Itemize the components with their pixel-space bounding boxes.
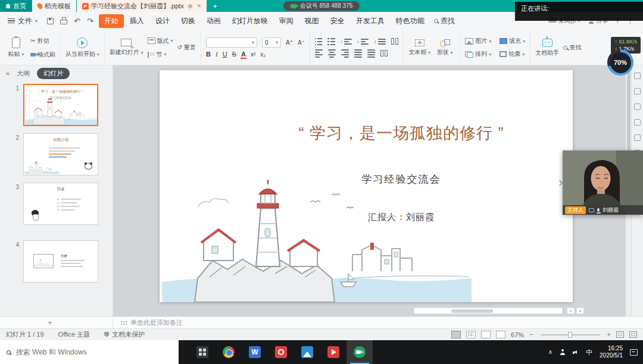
fit-slide-button[interactable] xyxy=(616,331,624,338)
text-direction-icon[interactable] xyxy=(380,50,388,57)
tab-security[interactable]: 安全 xyxy=(325,14,350,28)
rail-animation-icon[interactable] xyxy=(634,88,641,95)
subscript-button[interactable]: x₂ xyxy=(260,51,266,58)
shrink-font-button[interactable]: A⁻ xyxy=(298,39,305,46)
slide-thumbnail-3[interactable]: 目录 xyxy=(23,183,98,225)
slide-title[interactable]: “ 学习，是一场孤独的修行 ” xyxy=(230,123,573,144)
picture-button[interactable]: 图片 ▾ xyxy=(465,37,491,45)
align-center-icon[interactable] xyxy=(328,49,336,58)
taskbar-app-photos[interactable] xyxy=(294,340,320,364)
home-tab[interactable]: 首页 xyxy=(0,0,32,12)
align-left-icon[interactable] xyxy=(315,49,323,58)
columns-icon[interactable] xyxy=(391,38,398,45)
decrease-indent-icon[interactable]: ‹ xyxy=(341,39,352,45)
increase-indent-icon[interactable]: › xyxy=(357,39,369,45)
doc-assistant-button[interactable]: 文档助手 xyxy=(535,39,559,57)
paste-button[interactable]: 粘贴 ▾ xyxy=(6,37,26,58)
new-tab-button[interactable]: + xyxy=(207,0,223,12)
distribute-icon[interactable] xyxy=(367,49,375,58)
tray-expand-icon[interactable]: ∧ xyxy=(548,349,553,355)
taskbar-app-video[interactable] xyxy=(320,340,347,364)
slide-sorter-view-button[interactable] xyxy=(466,331,476,338)
search-input[interactable] xyxy=(16,348,172,356)
taskbar-clock[interactable]: 16:25 2020/5/1 xyxy=(600,345,623,360)
play-from-current-button[interactable]: 从当前开始 ▾ xyxy=(65,37,99,58)
shapes-button[interactable]: 形状 ▾ xyxy=(435,39,455,57)
collapse-panel-icon[interactable]: « xyxy=(6,70,10,77)
zoom-out-button[interactable]: − xyxy=(529,331,533,338)
docer-template-tab[interactable]: 稻壳模板 xyxy=(32,0,76,12)
tab-design[interactable]: 设计 xyxy=(150,14,175,28)
slide-thumbnail-1[interactable]: “ 学习，是一场孤独的修行 ” 学习经验交流会 xyxy=(23,84,98,126)
justify-icon[interactable] xyxy=(354,49,362,58)
zoom-in-button[interactable]: + xyxy=(607,331,611,338)
editing-canvas[interactable]: “ 学习，是一场孤独的修行 ” 学习经验交流会 汇报人：刘丽霞 › ∧ ∨ xyxy=(113,65,631,316)
speaker-icon[interactable] xyxy=(573,350,579,355)
accelerator-ball[interactable]: 70% xyxy=(607,49,633,76)
rail-object-icon[interactable] xyxy=(634,119,641,125)
cut-button[interactable]: ✂ 剪切 xyxy=(30,37,55,45)
tab-animations[interactable]: 动画 xyxy=(201,14,226,28)
zoom-percent[interactable]: 67% xyxy=(511,331,524,338)
taskbar-app-red[interactable] xyxy=(268,340,294,364)
scrollbar-thumb[interactable] xyxy=(451,309,493,313)
font-name-combo[interactable]: ▾ xyxy=(206,37,257,48)
scrollbar-thumb[interactable] xyxy=(627,67,630,156)
normal-view-button[interactable] xyxy=(451,331,461,338)
contacts-icon[interactable] xyxy=(560,349,566,355)
reset-button[interactable]: ↺ 重置 xyxy=(177,43,196,52)
slideshow-view-button[interactable] xyxy=(496,331,505,338)
fill-button[interactable]: 填充 ▾ xyxy=(500,37,525,45)
undo-icon[interactable]: ↶ xyxy=(74,17,80,25)
webcam-overlay[interactable]: 主持人 刘丽霞 xyxy=(563,150,643,215)
horizontal-scrollbar[interactable] xyxy=(414,307,563,314)
format-painter-button[interactable]: 格式刷 xyxy=(30,51,55,59)
fullscreen-button[interactable] xyxy=(629,331,637,338)
underline-button[interactable]: U xyxy=(223,51,227,58)
tab-home[interactable]: 开始 xyxy=(99,14,124,28)
grow-font-button[interactable]: A⁺ xyxy=(286,39,293,46)
notification-icon[interactable] xyxy=(188,4,192,8)
zoom-slider-knob[interactable] xyxy=(568,332,572,338)
tab-insert[interactable]: 插入 xyxy=(124,14,149,28)
taskbar-search[interactable] xyxy=(0,340,179,364)
italic-button[interactable]: I xyxy=(216,51,218,58)
reading-view-button[interactable] xyxy=(481,331,491,338)
rail-art-icon[interactable] xyxy=(634,103,641,110)
font-color-button[interactable]: A xyxy=(241,51,246,58)
taskbar-app-meeting[interactable] xyxy=(347,340,373,364)
ime-indicator[interactable]: 中 xyxy=(586,348,592,357)
lighthouse-illustration[interactable] xyxy=(162,171,472,302)
notes-placeholder[interactable]: 单击此处添加备注 xyxy=(130,318,183,327)
slide-thumbnail-4[interactable]: 热爱 xyxy=(23,240,98,283)
align-right-icon[interactable] xyxy=(341,49,349,58)
taskbar-app-chrome[interactable] xyxy=(216,340,242,364)
slides-tab[interactable]: 幻灯片 xyxy=(37,68,70,79)
next-slide-button[interactable]: ∨ xyxy=(576,307,584,314)
ribbon-find-button[interactable]: 查找 xyxy=(563,43,581,52)
bullet-list-icon[interactable] xyxy=(315,38,323,46)
textbox-button[interactable]: 文本框 ▾ xyxy=(408,39,430,57)
superscript-button[interactable]: x² xyxy=(251,51,255,58)
strikethrough-button[interactable]: S xyxy=(232,51,236,58)
bold-button[interactable]: B xyxy=(206,51,211,58)
redo-icon[interactable]: ↷ xyxy=(87,17,93,25)
zoom-slider[interactable] xyxy=(541,334,600,335)
line-spacing-icon[interactable]: ↕ xyxy=(374,39,386,45)
protection-status[interactable]: 文档未保护 xyxy=(104,330,145,339)
previous-slide-button[interactable]: ∧ xyxy=(567,307,575,314)
save-icon[interactable] xyxy=(47,18,54,24)
rail-layers-icon[interactable] xyxy=(634,134,641,141)
outline-tab[interactable]: 大纲 xyxy=(17,69,30,78)
outline-button[interactable]: 轮廓 ▾ xyxy=(500,50,525,58)
theme-name[interactable]: Office 主题 xyxy=(58,330,90,339)
font-size-combo[interactable]: 0 ▾ xyxy=(262,37,281,48)
menubar-find-button[interactable]: 查找 xyxy=(434,16,455,26)
close-tab-icon[interactable]: ✕ xyxy=(197,3,202,9)
tab-transitions[interactable]: 切换 xyxy=(176,14,201,28)
tab-view[interactable]: 视图 xyxy=(299,14,324,28)
section-button[interactable]: 节 ▾ xyxy=(148,51,173,59)
tab-special-features[interactable]: 特色功能 xyxy=(391,14,430,28)
file-menu-button[interactable]: 文件 ▾ xyxy=(4,16,42,26)
arrange-button[interactable]: 排列 ▾ xyxy=(465,50,491,58)
